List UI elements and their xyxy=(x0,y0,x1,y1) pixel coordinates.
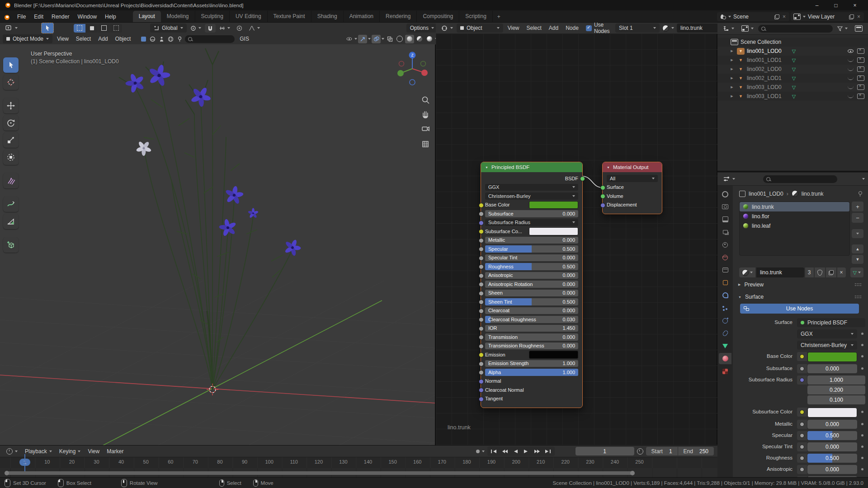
input-socket[interactable] xyxy=(479,282,484,287)
scene-selector[interactable]: Scene × xyxy=(717,12,789,21)
minimize-button[interactable]: – xyxy=(807,2,826,9)
socket-chip[interactable] xyxy=(797,352,807,361)
scene-collection-row[interactable]: Scene Collection xyxy=(717,38,868,47)
proportional-falloff-dropdown[interactable] xyxy=(246,24,263,32)
gis-pin-icon[interactable] xyxy=(176,35,184,43)
disable-render-toggle[interactable] xyxy=(857,84,864,90)
vector-component-field[interactable]: 0.200 xyxy=(807,385,865,394)
animate-decorator[interactable] xyxy=(858,420,866,425)
node-row[interactable]: Transmission0.000 xyxy=(485,333,578,341)
play-button[interactable] xyxy=(521,447,532,455)
node-value-slider[interactable]: IOR1.450 xyxy=(485,325,578,332)
viewport-menu-item[interactable]: Add xyxy=(94,34,111,43)
node-dropdown[interactable]: Christensen-Burley xyxy=(485,192,578,200)
node-value-slider[interactable]: Transmission Roughness0.000 xyxy=(485,343,578,350)
node-row[interactable]: Clearcoat0.000 xyxy=(485,307,578,314)
node-row[interactable]: Emission Strength1.000 xyxy=(485,360,578,367)
surface-shader-field[interactable]: Principled BSDF xyxy=(797,318,865,327)
input-socket[interactable] xyxy=(479,352,484,357)
node-value-slider[interactable]: Emission Strength1.000 xyxy=(485,360,578,367)
options-dropdown[interactable]: Options xyxy=(406,23,438,33)
hide-viewport-toggle[interactable] xyxy=(847,48,854,54)
add-slot-button[interactable]: + xyxy=(852,202,863,211)
add-workspace-button[interactable]: + xyxy=(493,11,505,22)
remove-view-layer-icon[interactable]: × xyxy=(856,14,861,20)
properties-tab[interactable] xyxy=(719,315,731,326)
socket-chip[interactable] xyxy=(797,420,807,429)
node-material-output[interactable]: ▼ Material Output All Surface xyxy=(602,162,662,214)
workspace-tab[interactable]: Rendering xyxy=(380,11,417,22)
node-dropdown[interactable]: Subsurface Radius xyxy=(485,219,578,226)
tool-shear[interactable] xyxy=(3,173,19,188)
timeline-menu-item[interactable]: View xyxy=(84,447,103,456)
select-mode-subtract[interactable] xyxy=(98,24,110,33)
shader-menu-item[interactable]: Node xyxy=(562,23,582,33)
disclosure-icon[interactable]: ▶ xyxy=(729,76,735,80)
outliner-filter-collection-button[interactable] xyxy=(739,24,756,33)
snap-with-dropdown[interactable] xyxy=(217,24,233,32)
property-value-slider[interactable]: 0.000 xyxy=(807,465,857,474)
move-slot-up-button[interactable]: ▲ xyxy=(852,244,863,253)
workspace-tab[interactable]: Modeling xyxy=(161,11,195,22)
timeline-menu-item[interactable]: Keying xyxy=(56,447,85,456)
tool-measure[interactable] xyxy=(3,214,19,229)
input-socket[interactable] xyxy=(600,185,605,190)
properties-editor-type-button[interactable] xyxy=(721,175,738,183)
unlink-scene-icon[interactable]: × xyxy=(782,14,787,20)
shader-menu-item[interactable]: Select xyxy=(523,23,545,33)
shader-menu-item[interactable]: View xyxy=(504,23,523,33)
input-socket[interactable] xyxy=(479,264,484,269)
frame-start-field[interactable]: Start1 xyxy=(646,447,678,455)
shader-menu-item[interactable]: Add xyxy=(545,23,562,33)
properties-tab[interactable] xyxy=(719,252,731,263)
filter-dropdown[interactable] xyxy=(835,25,850,33)
output-target-dropdown[interactable]: All xyxy=(607,175,658,182)
use-preview-range-toggle[interactable] xyxy=(634,447,646,456)
node-value-slider[interactable]: Alpha1.000 xyxy=(485,369,578,376)
workspace-tab[interactable]: Sculpting xyxy=(195,11,230,22)
shading-wireframe-button[interactable] xyxy=(395,35,404,43)
properties-tab[interactable] xyxy=(719,239,731,250)
node-row[interactable]: Subsurface Radius xyxy=(485,219,578,226)
menu-item[interactable]: Render xyxy=(47,12,73,22)
input-socket[interactable] xyxy=(479,273,484,278)
shading-material-button[interactable] xyxy=(415,35,424,43)
color-swatch[interactable] xyxy=(807,352,857,362)
slot-specials-dropdown[interactable] xyxy=(852,229,863,238)
node-row[interactable]: Roughness0.500 xyxy=(485,263,578,270)
disclosure-icon[interactable]: ▶ xyxy=(729,49,735,53)
socket-chip[interactable] xyxy=(797,364,807,373)
slot-dropdown[interactable]: Slot 1 xyxy=(615,23,660,33)
properties-tab[interactable] xyxy=(719,353,731,364)
close-button[interactable]: × xyxy=(845,2,864,9)
jump-to-start-button[interactable] xyxy=(489,447,499,455)
use-nodes-button[interactable]: Use Nodes xyxy=(740,304,859,314)
property-value-slider[interactable]: 0.500 xyxy=(807,431,857,440)
color-swatch[interactable] xyxy=(529,351,578,359)
socket-chip[interactable] xyxy=(797,454,807,463)
timeline-editor-type-button[interactable] xyxy=(4,447,20,456)
new-collection-button[interactable] xyxy=(852,24,865,33)
hide-viewport-toggle[interactable] xyxy=(847,66,854,72)
menu-item[interactable]: File xyxy=(13,12,30,22)
node-dropdown[interactable]: GGX xyxy=(485,184,578,191)
tool-rotate[interactable] xyxy=(3,115,19,131)
color-swatch[interactable] xyxy=(529,201,578,209)
workspace-tab[interactable]: Layout xyxy=(133,11,161,22)
node-row[interactable]: Subsurface Co... xyxy=(485,228,578,235)
node-header[interactable]: ▼ Material Output xyxy=(603,162,662,172)
node-value-slider[interactable]: Transmission0.000 xyxy=(485,333,578,341)
current-frame-field[interactable]: 1 xyxy=(576,447,634,455)
timeline-menu-item[interactable]: Playback xyxy=(21,447,56,456)
node-row[interactable]: GGX xyxy=(485,184,578,191)
node-row[interactable]: Base Color xyxy=(485,202,578,209)
shader-type-dropdown[interactable]: Object xyxy=(457,23,503,33)
input-socket[interactable] xyxy=(479,361,484,366)
proportional-editing-toggle[interactable] xyxy=(234,24,245,33)
animate-decorator[interactable] xyxy=(858,442,866,448)
node-row[interactable]: Sheen0.000 xyxy=(485,290,578,297)
disclosure-icon[interactable]: ▶ xyxy=(729,67,735,71)
animate-decorator[interactable] xyxy=(858,431,866,436)
node-row[interactable]: Emission xyxy=(485,351,578,358)
outliner-search-input[interactable] xyxy=(758,25,833,33)
